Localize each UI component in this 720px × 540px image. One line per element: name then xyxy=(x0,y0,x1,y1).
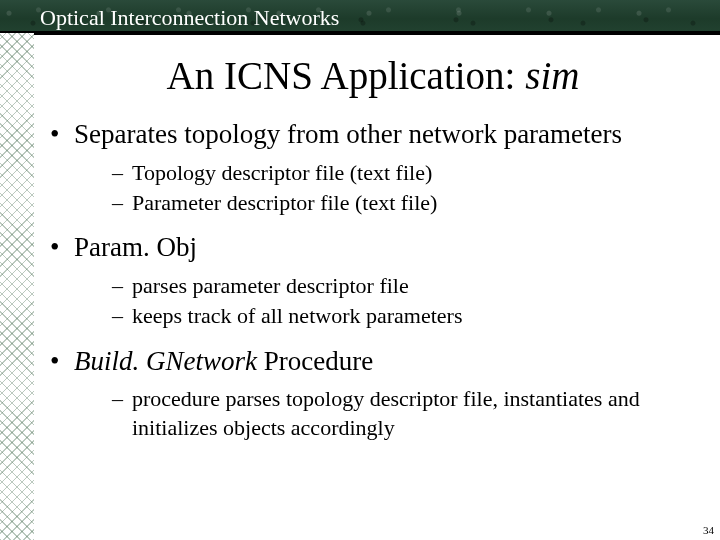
sublist-3: procedure parses topology descriptor fil… xyxy=(74,385,706,441)
header-bar: Optical Interconnection Networks xyxy=(0,0,720,33)
slide: Optical Interconnection Networks An ICNS… xyxy=(0,0,720,540)
bullet-1-text: Separates topology from other network pa… xyxy=(74,119,622,149)
sub-2b: keeps track of all network parameters xyxy=(74,302,706,330)
sub-2a: parses parameter descriptor file xyxy=(74,272,706,300)
bullet-list: Separates topology from other network pa… xyxy=(40,118,706,442)
bullet-3-rest: Procedure xyxy=(257,346,373,376)
slide-title: An ICNS Application: sim xyxy=(40,53,706,98)
sub-3a: procedure parses topology descriptor fil… xyxy=(74,385,706,441)
bullet-3-italic: Build. GNetwork xyxy=(74,346,257,376)
title-prefix: An ICNS Application: xyxy=(167,54,526,97)
sidebar-hatch xyxy=(0,33,34,540)
content-area: An ICNS Application: sim Separates topol… xyxy=(34,35,720,540)
page-number: 34 xyxy=(703,524,714,536)
sublist-1: Topology descriptor file (text file) Par… xyxy=(74,159,706,217)
bullet-3: Build. GNetwork Procedure procedure pars… xyxy=(40,345,706,442)
header-title: Optical Interconnection Networks xyxy=(0,0,720,31)
bullet-2-text: Param. Obj xyxy=(74,232,197,262)
sublist-2: parses parameter descriptor file keeps t… xyxy=(74,272,706,330)
sub-1a: Topology descriptor file (text file) xyxy=(74,159,706,187)
sub-1b: Parameter descriptor file (text file) xyxy=(74,189,706,217)
bullet-1: Separates topology from other network pa… xyxy=(40,118,706,217)
bullet-2: Param. Obj parses parameter descriptor f… xyxy=(40,231,706,330)
title-italic: sim xyxy=(525,54,579,97)
